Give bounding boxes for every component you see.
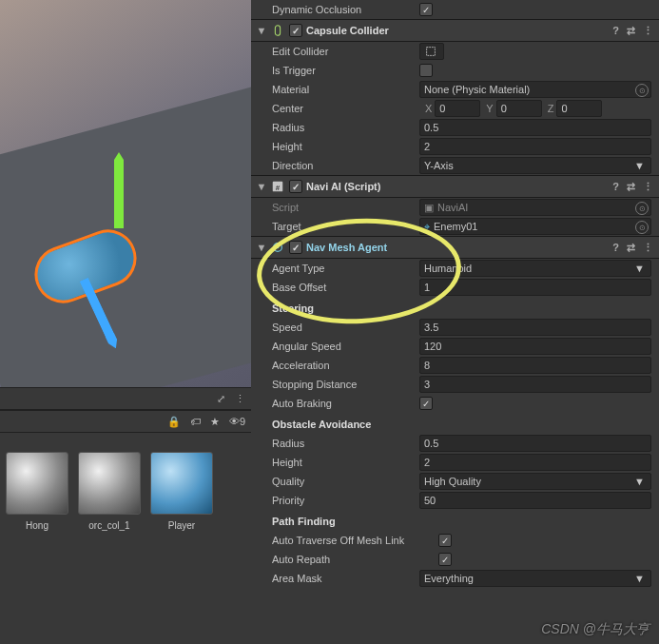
object-picker-icon[interactable]: ⊙ bbox=[635, 221, 649, 234]
base-offset-input[interactable] bbox=[419, 279, 651, 296]
acceleration-input[interactable] bbox=[419, 357, 651, 374]
field-label: Target bbox=[272, 221, 419, 232]
material-item[interactable]: Hong bbox=[6, 452, 68, 531]
material-preview-icon bbox=[6, 452, 68, 515]
center-y-input[interactable] bbox=[496, 100, 542, 117]
foldout-icon[interactable]: ▼ bbox=[257, 181, 266, 192]
scene-viewport[interactable] bbox=[0, 0, 251, 387]
help-icon[interactable]: ? bbox=[612, 242, 619, 254]
field-label: Stopping Distance bbox=[272, 379, 419, 390]
material-item[interactable]: Player bbox=[150, 452, 213, 531]
speed-input[interactable] bbox=[419, 319, 651, 336]
center-z-input[interactable] bbox=[556, 100, 602, 117]
nav-mesh-agent-icon bbox=[270, 240, 285, 255]
field-label: Dynamic Occlusion bbox=[272, 4, 419, 15]
preset-icon[interactable]: ⇄ bbox=[627, 181, 635, 193]
star-icon[interactable]: ★ bbox=[210, 416, 220, 428]
script-icon: # bbox=[270, 179, 285, 194]
field-label: Auto Braking bbox=[272, 398, 419, 409]
tag-icon[interactable]: 🏷 bbox=[190, 416, 201, 427]
section-header: Steering bbox=[251, 297, 659, 318]
section-header: Path Finding bbox=[251, 510, 659, 531]
field-label: Edit Collider bbox=[272, 46, 419, 57]
preset-icon[interactable]: ⇄ bbox=[627, 242, 635, 254]
menu-icon[interactable]: ⋮ bbox=[643, 25, 653, 37]
field-label: Script bbox=[272, 202, 419, 213]
foldout-icon[interactable]: ▼ bbox=[257, 25, 266, 36]
transform-icon: ⌖ bbox=[424, 221, 430, 233]
component-enabled-checkbox[interactable] bbox=[289, 180, 302, 193]
hidden-count[interactable]: 👁9 bbox=[229, 416, 245, 427]
field-label: Direction bbox=[272, 160, 419, 171]
menu-icon[interactable]: ⋮ bbox=[643, 181, 653, 193]
help-icon[interactable]: ? bbox=[612, 25, 619, 37]
center-x-input[interactable] bbox=[435, 100, 480, 117]
gizmo-y-axis[interactable] bbox=[114, 152, 124, 228]
auto-repath-checkbox[interactable] bbox=[438, 553, 452, 566]
foldout-icon[interactable]: ▼ bbox=[257, 242, 266, 253]
preset-icon[interactable]: ⇄ bbox=[627, 25, 635, 37]
ground-plane bbox=[0, 81, 251, 387]
chevron-down-icon: ▼ bbox=[634, 476, 645, 487]
radius-input[interactable] bbox=[419, 119, 651, 136]
svg-rect-0 bbox=[275, 26, 280, 36]
edit-collider-button[interactable] bbox=[419, 43, 444, 60]
object-picker-icon[interactable]: ⊙ bbox=[635, 202, 649, 215]
quality-dropdown[interactable]: High Quality▼ bbox=[419, 473, 651, 490]
svg-rect-1 bbox=[427, 48, 436, 56]
help-icon[interactable]: ? bbox=[612, 181, 619, 193]
maximize-icon[interactable]: ⤢ bbox=[217, 393, 225, 405]
stopping-distance-input[interactable] bbox=[419, 376, 651, 393]
chevron-down-icon: ▼ bbox=[634, 263, 645, 274]
auto-traverse-checkbox[interactable] bbox=[438, 534, 452, 547]
material-field[interactable]: None (Physic Material) ⊙ bbox=[419, 81, 651, 98]
context-menu-icon[interactable]: ⋮ bbox=[235, 393, 245, 405]
project-panel: ⤢ ⋮ 🔒 🏷 ★ 👁9 Hong orc_col_1 Player bbox=[0, 387, 251, 644]
oa-radius-input[interactable] bbox=[419, 435, 651, 452]
script-field: ▣ NaviAI ⊙ bbox=[419, 199, 651, 216]
script-asset-icon: ▣ bbox=[424, 202, 434, 214]
asset-grid: Hong orc_col_1 Player bbox=[0, 433, 251, 550]
height-input[interactable] bbox=[419, 138, 651, 155]
dynamic-occlusion-checkbox[interactable] bbox=[419, 3, 433, 16]
field-label: Auto Traverse Off Mesh Link bbox=[272, 535, 438, 546]
material-label: Player bbox=[168, 520, 195, 531]
field-label: Center bbox=[272, 103, 419, 114]
menu-icon[interactable]: ⋮ bbox=[643, 242, 653, 254]
material-label: Hong bbox=[26, 520, 48, 531]
field-label: Agent Type bbox=[272, 263, 419, 274]
field-label: Acceleration bbox=[272, 360, 419, 371]
chevron-down-icon: ▼ bbox=[634, 160, 645, 171]
is-trigger-checkbox[interactable] bbox=[419, 64, 433, 77]
field-label: Height bbox=[272, 457, 419, 468]
inspector-panel: Dynamic Occlusion ▼ Capsule Collider ? ⇄… bbox=[251, 0, 659, 644]
lock-icon[interactable]: 🔒 bbox=[167, 416, 181, 428]
material-label: orc_col_1 bbox=[88, 520, 129, 531]
target-field[interactable]: ⌖ Enemy01 ⊙ bbox=[419, 218, 651, 235]
component-enabled-checkbox[interactable] bbox=[289, 241, 302, 254]
priority-input[interactable] bbox=[419, 492, 651, 509]
auto-braking-checkbox[interactable] bbox=[419, 397, 433, 410]
svg-text:#: # bbox=[276, 184, 281, 192]
area-mask-dropdown[interactable]: Everything▼ bbox=[419, 570, 651, 587]
field-label: Area Mask bbox=[272, 573, 419, 584]
chevron-down-icon: ▼ bbox=[634, 573, 645, 584]
component-enabled-checkbox[interactable] bbox=[289, 24, 302, 37]
oa-height-input[interactable] bbox=[419, 454, 651, 471]
navi-ai-header[interactable]: ▼ # Navi AI (Script) ? ⇄ ⋮ bbox=[251, 175, 659, 198]
field-label: Angular Speed bbox=[272, 341, 419, 352]
section-header: Obstacle Avoidance bbox=[251, 413, 659, 434]
capsule-collider-header[interactable]: ▼ Capsule Collider ? ⇄ ⋮ bbox=[251, 19, 659, 42]
material-item[interactable]: orc_col_1 bbox=[78, 452, 141, 531]
direction-dropdown[interactable]: Y-Axis▼ bbox=[419, 157, 651, 174]
field-label: Height bbox=[272, 141, 419, 152]
angular-speed-input[interactable] bbox=[419, 338, 651, 355]
object-picker-icon[interactable]: ⊙ bbox=[635, 84, 649, 97]
field-label: Auto Repath bbox=[272, 554, 438, 565]
field-label: Material bbox=[272, 84, 419, 95]
capsule-collider-icon bbox=[270, 23, 285, 38]
agent-type-dropdown[interactable]: Humanoid▼ bbox=[419, 260, 651, 277]
nav-mesh-agent-header[interactable]: ▼ Nav Mesh Agent ? ⇄ ⋮ bbox=[251, 236, 659, 259]
field-label: Radius bbox=[272, 122, 419, 133]
field-label: Radius bbox=[272, 438, 419, 449]
